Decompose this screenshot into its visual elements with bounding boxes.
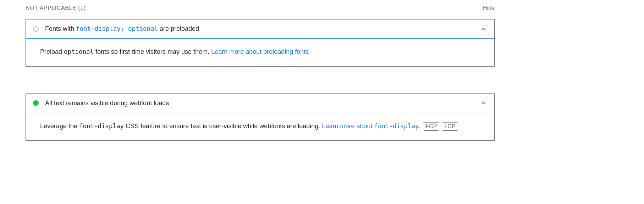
link-prefix: Learn more about [322, 123, 374, 130]
audit-desc-code: font-display [79, 123, 124, 130]
audit-desc-mid: CSS feature to ensure text is user-visib… [124, 123, 322, 130]
hide-toggle[interactable]: Hide [483, 5, 495, 11]
link-code: font-display [374, 123, 419, 130]
section-title: NOT APPLICABLE (1) [26, 5, 86, 11]
status-na-icon [33, 26, 39, 32]
audit-header-preload-fonts[interactable]: Fonts with font-display: optional are pr… [26, 19, 494, 39]
audit-title-suffix: are preloaded [158, 25, 199, 32]
audit-container: NOT APPLICABLE (1) Hide Fonts with font-… [0, 0, 495, 141]
learn-more-link-preload[interactable]: Learn more about preloading fonts [211, 48, 309, 55]
audit-desc-prefix: Preload [40, 48, 64, 55]
period: . [419, 123, 422, 130]
audit-title: Fonts with font-display: optional are pr… [45, 25, 480, 33]
section-header: NOT APPLICABLE (1) Hide [26, 0, 495, 19]
learn-more-link-font-display[interactable]: Learn more about font-display [322, 123, 419, 130]
audit-title-prefix: Fonts with [45, 25, 76, 32]
audit-body: Preload optional fonts so first-time vis… [26, 39, 494, 66]
chevron-up-icon [480, 26, 487, 33]
audit-body: Leverage the font-display CSS feature to… [26, 113, 494, 141]
audit-card-preload-fonts: Fonts with font-display: optional are pr… [26, 19, 495, 67]
lcp-badge: LCP [442, 122, 458, 131]
audit-title-code: font-display: optional [76, 25, 158, 32]
audit-desc-prefix: Leverage the [40, 123, 79, 130]
status-pass-icon [33, 100, 39, 106]
audit-desc-mid: fonts so first-time visitors may use the… [94, 48, 211, 55]
audit-desc-code: optional [64, 48, 94, 55]
chevron-up-icon [480, 100, 487, 107]
audit-header-font-display[interactable]: All text remains visible during webfont … [26, 94, 494, 113]
fcp-badge: FCP [423, 122, 439, 131]
audit-title: All text remains visible during webfont … [45, 100, 480, 107]
audit-card-font-display: All text remains visible during webfont … [26, 94, 495, 141]
